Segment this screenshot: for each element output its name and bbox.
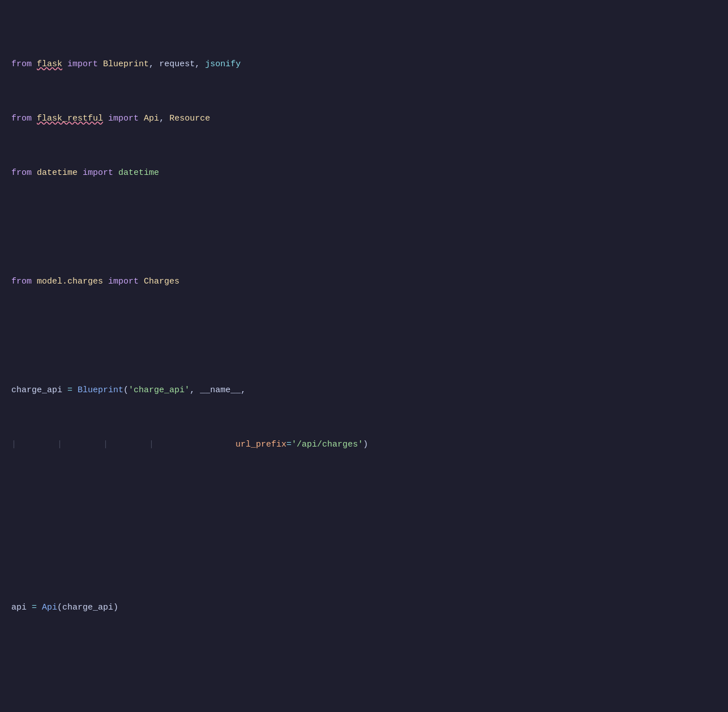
code-line: class ChargesAPI: [11,710,717,712]
code-line: from flask import Blueprint, request, js… [11,58,717,71]
code-line [11,655,717,669]
code-line: | | | | url_prefix='/api/charges') [11,438,717,452]
code-line: api = Api(charge_api) [11,601,717,615]
code-line: from flask_restful import Api, Resource [11,112,717,126]
code-line: from model.charges import Charges [11,275,717,289]
code-line [11,547,717,560]
code-line: from datetime import datetime [11,166,717,180]
code-line [11,492,717,506]
code-line [11,329,717,343]
code-line: charge_api = Blueprint('charge_api', __n… [11,384,717,397]
code-line [11,221,717,234]
code-editor: from flask import Blueprint, request, js… [0,11,728,712]
